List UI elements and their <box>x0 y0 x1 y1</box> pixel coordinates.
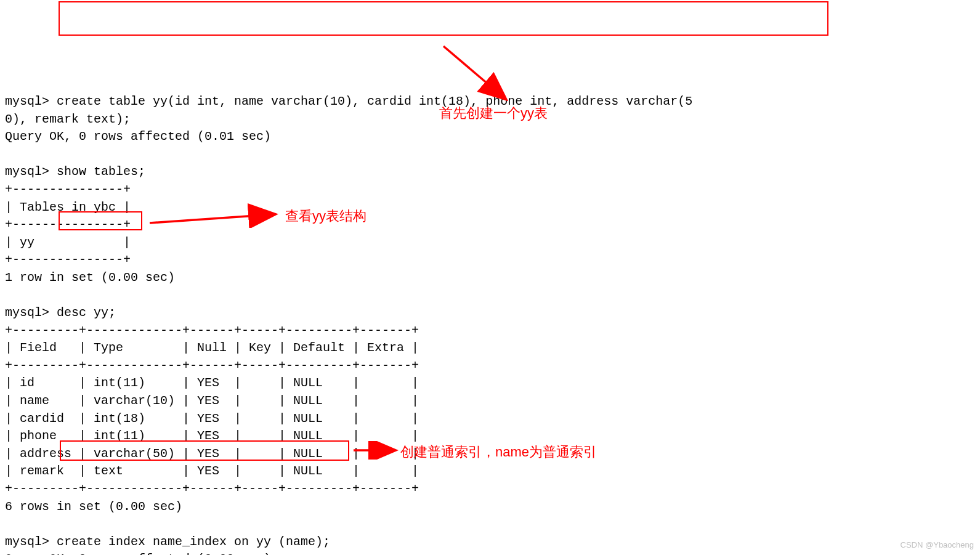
terminal-line: +---------+-------------+------+-----+--… <box>5 359 419 373</box>
annotation-desc-yy: 查看yy表结构 <box>285 206 366 225</box>
terminal-line: 6 rows in set (0.00 sec) <box>5 500 182 514</box>
terminal-line: Query OK, 0 rows affected (0.00 sec) <box>5 552 271 555</box>
terminal-line: | id | int(11) | YES | | NULL | | <box>5 376 419 390</box>
annotation-create-index: 创建普通索引，name为普通索引 <box>400 442 597 461</box>
svg-line-1 <box>443 46 505 99</box>
terminal-line: +---------+-------------+------+-----+--… <box>5 482 419 496</box>
terminal-line: Query OK, 0 rows affected (0.01 sec) <box>5 129 271 144</box>
terminal-line: +---------------+ <box>5 217 131 232</box>
terminal-output: mysql> create table yy(id int, name varc… <box>5 93 975 555</box>
terminal-line: | Field | Type | Null | Key | Default | … <box>5 341 419 355</box>
terminal-line: | cardid | int(18) | YES | | NULL | | <box>5 411 419 426</box>
terminal-line: | name | varchar(10) | YES | | NULL | | <box>5 394 419 408</box>
terminal-line: +---------------+ <box>5 182 131 196</box>
terminal-line: mysql> create index name_index on yy (na… <box>5 535 330 549</box>
annotation-create-table: 首先创建一个yy表 <box>439 103 548 123</box>
watermark: CSDN @Ybaocheng <box>901 540 974 551</box>
highlight-box-create-table <box>59 1 828 36</box>
terminal-line: 0), remark text); <box>5 112 131 126</box>
terminal-line: mysql> show tables; <box>5 164 145 179</box>
terminal-line: | Tables_in_ybc | <box>5 200 131 214</box>
terminal-line: | yy | <box>5 235 131 249</box>
terminal-line: | remark | text | YES | | NULL | | <box>5 464 419 478</box>
terminal-line: | address | varchar(50) | YES | | NULL |… <box>5 447 419 461</box>
terminal-line: mysql> create table yy(id int, name varc… <box>5 94 692 108</box>
terminal-line: +---------+-------------+------+-----+--… <box>5 323 419 338</box>
terminal-line: | phone | int(11) | YES | | NULL | | <box>5 429 419 443</box>
terminal-line: +---------------+ <box>5 253 131 267</box>
terminal-line: 1 row in set (0.00 sec) <box>5 270 175 285</box>
terminal-line: mysql> desc yy; <box>5 306 116 320</box>
